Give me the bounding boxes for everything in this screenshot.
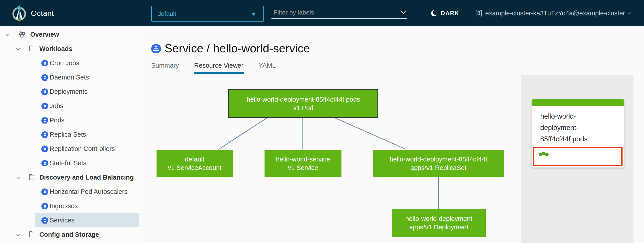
sidebar-item-overview[interactable]: Overview: [0, 27, 139, 41]
sidebar-item-cron-jobs[interactable]: Cron Jobs: [0, 56, 139, 70]
page-title: Service / hello-world-service: [164, 41, 310, 55]
pod-status-dot-icon: [545, 153, 549, 156]
sidebar-item-discovery-and-load-balancing[interactable]: Discovery and Load Balancing: [0, 170, 139, 185]
applications-icon: [18, 31, 26, 38]
services-icon: [41, 217, 48, 224]
jobs-icon: [41, 102, 48, 109]
sidebar-item-pods[interactable]: Pods: [0, 113, 139, 127]
node-label-line1: hello-world-deployment-85ff4cf44f: [390, 155, 487, 164]
sidebar-item-config-and-storage[interactable]: Config and Storage: [0, 227, 139, 242]
app-title: Octant: [31, 0, 54, 26]
graph-node-deployment[interactable]: hello-world-deployment apps/v1 Deploymen…: [392, 209, 486, 237]
graph-node-service[interactable]: hello-world-service v1 Service: [264, 150, 342, 177]
minimap-selection-highlight: [533, 147, 622, 166]
namespace-dropdown-value: default: [158, 10, 176, 17]
cluster-icon: [476, 9, 482, 17]
node-label-line2: apps/v1 Deployment: [409, 223, 468, 231]
sidebar-item-stateful-sets[interactable]: Stateful Sets: [0, 156, 139, 170]
sidebar-item-services[interactable]: Services: [0, 213, 139, 227]
horizontalpodautoscalers-icon: [41, 188, 48, 195]
label-filter-input[interactable]: [272, 7, 397, 18]
replicationcontrollers-icon: [41, 145, 48, 152]
node-label-line2: apps/v1 ReplicaSet: [410, 164, 466, 172]
minimap-card-status-bar: [532, 99, 624, 106]
sidebar-item-label: Jobs: [50, 102, 63, 110]
graph-node-serviceaccount[interactable]: default v1 ServiceAccount: [156, 150, 233, 177]
node-label-line2: v1 Service: [288, 164, 318, 172]
sidebar-item-ingresses[interactable]: Ingresses: [0, 199, 139, 213]
minimap-node-card[interactable]: hello-world-deployment-85ff4cf44f pods: [532, 99, 624, 168]
sidebar-item-label: Discovery and Load Balancing: [39, 174, 134, 181]
cluster-context-selector[interactable]: example-cluster-ka3TuTzYo4a@example-clus…: [476, 0, 630, 26]
resource-tabs: Summary Resource Viewer YAML: [151, 62, 290, 74]
node-label-line2: v1 Pod: [293, 104, 313, 112]
folder-icon: [29, 176, 35, 180]
sidebar-item-label: Config and Storage: [39, 231, 99, 238]
sidebar-item-label: Stateful Sets: [50, 160, 86, 167]
chevron-down-icon[interactable]: [401, 9, 406, 14]
statefulsets-icon: [41, 160, 48, 166]
sidebar-item-label: Deployments: [50, 88, 88, 95]
sidebar-item-label: Services: [50, 217, 74, 224]
sidebar-item-workloads[interactable]: Workloads: [0, 41, 139, 56]
moon-icon: [431, 10, 438, 16]
node-label-line1: hello-world-service: [276, 155, 330, 164]
app-header: Octant default DARK example-cluster-ka3T…: [0, 0, 644, 26]
pods-icon: [41, 117, 48, 124]
deployments-icon: [41, 88, 48, 95]
daemonsets-icon: [41, 74, 48, 81]
node-label-line1: hello-world-deployment-85ff4cf44f pods: [247, 95, 360, 104]
sidebar-item-horizontal-pod-autoscalers[interactable]: Horizontal Pod Autoscalers: [0, 185, 139, 199]
tab-summary[interactable]: Summary: [151, 62, 179, 74]
sidebar-item-jobs[interactable]: Jobs: [0, 99, 139, 113]
namespace-dropdown[interactable]: default: [151, 6, 264, 22]
resource-viewer-graph: hello-world-deployment-85ff4cf44f pods v…: [139, 75, 521, 243]
graph-overview-panel: hello-world-deployment-85ff4cf44f pods: [521, 75, 634, 243]
tab-resource-viewer[interactable]: Resource Viewer: [194, 62, 244, 74]
octant-logo-icon: [11, 4, 27, 22]
theme-toggle-label: DARK: [441, 10, 459, 17]
label-filter: [272, 7, 407, 19]
minimap-card-title: hello-world-deployment-85ff4cf44f pods: [532, 106, 607, 145]
sidebar-item-label: Workloads: [39, 45, 72, 52]
chevron-down-icon[interactable]: [16, 232, 20, 237]
folder-icon: [29, 47, 35, 51]
tab-divider: [150, 75, 634, 75]
cluster-context-label: example-cluster-ka3TuTzYo4a@example-clus…: [485, 9, 625, 17]
sidebar-item-label: Horizontal Pod Autoscalers: [50, 188, 128, 196]
sidebar-item-label: Overview: [30, 31, 59, 38]
dropdown-caret-icon: [251, 13, 256, 16]
sidebar-item-label: Replication Controllers: [50, 145, 115, 153]
sidebar-item-label: Pods: [50, 117, 64, 124]
chevron-down-icon[interactable]: [5, 32, 10, 37]
node-label-line1: hello-world-deployment: [406, 215, 472, 223]
sidebar-navigation: Overview Workloads Cron Jobs Daemon Sets…: [0, 26, 139, 243]
sidebar-item-label: Replica Sets: [50, 131, 86, 138]
chevron-down-icon: [628, 11, 631, 14]
theme-toggle[interactable]: DARK: [431, 0, 459, 26]
node-label-line2: v1 ServiceAccount: [168, 164, 222, 172]
replicasets-icon: [41, 131, 48, 138]
tab-yaml[interactable]: YAML: [258, 62, 276, 74]
octant-app: Octant default DARK example-cluster-ka3T…: [0, 0, 644, 243]
sidebar-item-daemon-sets[interactable]: Daemon Sets: [0, 70, 139, 84]
graph-node-replicaset[interactable]: hello-world-deployment-85ff4cf44f apps/v…: [373, 150, 504, 177]
service-icon: [151, 43, 162, 54]
pod-status-dot-icon: [539, 153, 542, 156]
graph-node-pod[interactable]: hello-world-deployment-85ff4cf44f pods v…: [228, 89, 378, 118]
chevron-down-icon[interactable]: [16, 46, 20, 51]
node-label-line1: default: [185, 155, 204, 164]
chevron-down-icon[interactable]: [16, 175, 20, 180]
sidebar-item-deployments[interactable]: Deployments: [0, 84, 139, 99]
cronjobs-icon: [41, 60, 48, 66]
ingresses-icon: [41, 203, 48, 209]
folder-icon: [29, 233, 35, 237]
sidebar-item-label: Daemon Sets: [50, 74, 89, 81]
sidebar-item-replica-sets[interactable]: Replica Sets: [0, 127, 139, 142]
sidebar-item-replication-controllers[interactable]: Replication Controllers: [0, 142, 139, 156]
sidebar-item-label: Ingresses: [50, 202, 78, 210]
sidebar-item-label: Cron Jobs: [50, 59, 79, 67]
